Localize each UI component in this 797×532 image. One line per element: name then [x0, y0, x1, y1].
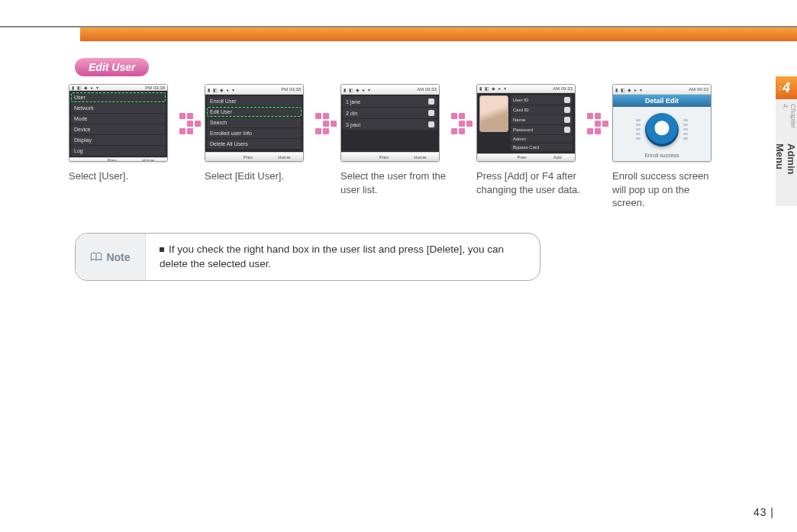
- colon-icon: :: [779, 84, 781, 92]
- menu-row: Enrolled user Info: [207, 128, 302, 138]
- menu-row: Log: [71, 146, 166, 156]
- steps-row: ▮ ◧ ◆ ▸ ▾ PM 03:38 User Network Mode Dev…: [69, 84, 766, 210]
- field-row: User ID: [511, 95, 573, 105]
- field-row: Bypass Card: [511, 143, 573, 151]
- bullet-icon: [160, 247, 164, 252]
- status-bar: ▮ ◧ ◆ ▸ ▾ AM 09:33: [341, 85, 439, 95]
- step-2: ▮ ◧ ◆ ▸ ▾ PM 03:38 Enroll User Edit User…: [205, 84, 311, 183]
- menu-row: Edit User: [207, 107, 302, 117]
- section-tag: Edit User: [75, 58, 149, 76]
- arrow-icon: [176, 84, 205, 134]
- step-3: ▮ ◧ ◆ ▸ ▾ AM 09:33 1 jane 2 din 3 paul P…: [340, 84, 447, 196]
- status-bar: ▮ ◧ ◆ ▸ ▾ PM 03:38: [205, 85, 303, 95]
- menu-row: Enroll User: [207, 96, 302, 106]
- field-row: Name: [511, 115, 573, 124]
- menu-row: Device: [71, 124, 166, 134]
- chapter-title: Admin Menu: [776, 139, 797, 206]
- field-row: Password: [511, 125, 573, 134]
- arrow-icon: [583, 84, 612, 134]
- note-label: Note: [76, 234, 146, 281]
- step-caption: Press [Add] or F4 after changing the use…: [476, 169, 583, 196]
- success-title: Detail Edit: [613, 95, 711, 107]
- step-4: ▮ ◧ ◆ ▸ ▾ AM 09:33 User ID Card ID Name …: [476, 84, 583, 196]
- screen-menu-edituser: ▮ ◧ ◆ ▸ ▾ PM 03:38 Enroll User Edit User…: [205, 84, 304, 162]
- edit-icon: [564, 97, 570, 103]
- status-time: AM 09:33: [553, 86, 573, 91]
- screen-user-list: ▮ ◧ ◆ ▸ ▾ AM 09:33 1 jane 2 din 3 paul P…: [340, 84, 440, 162]
- edit-icon: [564, 117, 570, 123]
- status-bar: ▮ ◧ ◆ ▸ ▾ AM 09:33: [477, 85, 575, 93]
- screen-footer: PrevAdd: [477, 153, 575, 161]
- note-text: If you check the right hand box in the u…: [146, 234, 540, 281]
- arrow-icon: [447, 84, 476, 134]
- header-orange-bar: [80, 27, 797, 41]
- chapter-label: Chapter 4.: [776, 99, 797, 139]
- edit-icon: [564, 107, 570, 113]
- status-bar: ▮ ◧ ◆ ▸ ▾ AM 09:33: [613, 85, 711, 95]
- field-row: Admin: [511, 135, 573, 143]
- status-time: PM 03:38: [145, 85, 165, 90]
- note-label-text: Note: [106, 251, 130, 263]
- step-caption: Select the user from the user list.: [340, 169, 447, 196]
- menu-row: Delete All Users: [207, 139, 302, 149]
- menu-row: Display: [71, 135, 166, 145]
- menu-row: Mode: [71, 114, 166, 124]
- screen-body: Enroll User Edit User Search Enrolled us…: [205, 95, 303, 152]
- screen-footer: PrevHome: [341, 152, 439, 161]
- checkbox-icon: [428, 121, 434, 127]
- step-caption: Enroll success screen will pop up on the…: [612, 169, 719, 210]
- screen-body: Detail Edit Enroll success: [613, 95, 711, 161]
- content: Edit User ▮ ◧ ◆ ▸ ▾ PM 03:38 User Networ…: [69, 58, 766, 281]
- step-1: ▮ ◧ ◆ ▸ ▾ PM 03:38 User Network Mode Dev…: [69, 84, 176, 183]
- status-icons: ▮ ◧ ◆ ▸ ▾: [344, 87, 371, 92]
- checkbox-icon: [428, 98, 434, 105]
- list-row: 1 jane: [343, 96, 437, 107]
- note-box: Note If you check the right hand box in …: [75, 233, 540, 282]
- avatar: [479, 95, 508, 132]
- screen-enroll-success: ▮ ◧ ◆ ▸ ▾ AM 09:33 Detail Edit Enroll su…: [612, 84, 711, 162]
- edit-icon: [564, 127, 570, 133]
- book-icon: [90, 252, 102, 263]
- screen-menu-user: ▮ ◧ ◆ ▸ ▾ PM 03:38 User Network Mode Dev…: [69, 84, 168, 162]
- status-icons: ▮ ◧ ◆ ▸ ▾: [479, 85, 507, 91]
- status-time: PM 03:38: [281, 87, 301, 92]
- step-caption: Select [Edit User].: [205, 169, 311, 183]
- step-caption: Select [User].: [69, 169, 176, 183]
- arrow-icon: [311, 84, 340, 134]
- screen-footer: PrevHome: [69, 157, 167, 162]
- step-5: ▮ ◧ ◆ ▸ ▾ AM 09:33 Detail Edit Enroll su…: [612, 84, 719, 210]
- screen-body-detail: User ID Card ID Name Password Admin Bypa…: [477, 93, 575, 153]
- list-row: 3 paul: [343, 119, 437, 130]
- side-chapter-tab: : 4 Chapter 4. Admin Menu: [776, 76, 797, 206]
- status-icons: ▮ ◧ ◆ ▸ ▾: [72, 85, 99, 90]
- screen-detail-edit: ▮ ◧ ◆ ▸ ▾ AM 09:33 User ID Card ID Name …: [476, 84, 576, 162]
- success-text: Enroll success: [644, 153, 679, 158]
- screen-body: 1 jane 2 din 3 paul: [341, 95, 439, 152]
- field-row: Card ID: [511, 105, 573, 114]
- page-number: 43 |: [753, 506, 774, 518]
- success-icon: [645, 113, 679, 147]
- checkbox-icon: [428, 110, 434, 116]
- status-icons: ▮ ◧ ◆ ▸ ▾: [615, 87, 643, 92]
- status-icons: ▮ ◧ ◆ ▸ ▾: [208, 87, 235, 92]
- status-bar: ▮ ◧ ◆ ▸ ▾ PM 03:38: [69, 85, 167, 91]
- menu-row: Network: [71, 103, 166, 113]
- status-time: AM 09:33: [417, 87, 437, 92]
- chapter-number-badge: : 4: [776, 76, 797, 99]
- status-time: AM 09:33: [689, 87, 708, 92]
- screen-footer: PrevHome: [205, 152, 303, 161]
- list-row: 2 din: [343, 108, 437, 118]
- screen-body: User Network Mode Device Display Log: [69, 91, 167, 157]
- menu-row: Search: [207, 118, 302, 127]
- menu-row: User: [71, 92, 166, 102]
